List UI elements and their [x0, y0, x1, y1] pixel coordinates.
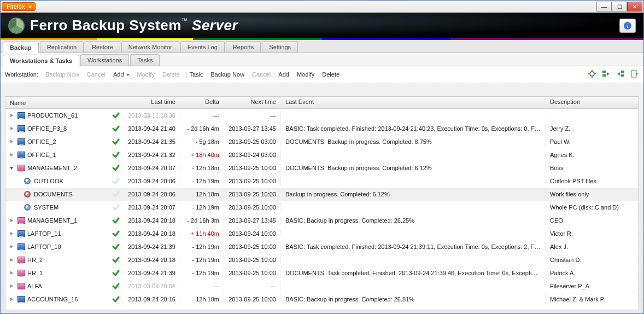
toolbar-separator: |: [186, 71, 188, 78]
col-desc-header[interactable]: Description: [546, 97, 639, 108]
task-row[interactable]: DOCUMENTS2013-09-24 20:06- 12h 18m2013-0…: [5, 188, 639, 201]
status-check-icon: [112, 229, 120, 238]
close-button[interactable]: ✕: [627, 2, 642, 11]
main-tab-network-monitor[interactable]: Network Monitor: [121, 41, 179, 53]
task-row[interactable]: SYSTEM2013-09-24 20:07- 12h 19m2013-09-2…: [5, 201, 639, 214]
ws-delete-button[interactable]: Delete: [162, 71, 180, 78]
task-delete-button[interactable]: Delete: [322, 71, 339, 78]
cell-delta: + 11h 40m: [180, 229, 224, 239]
workstations-grid: Name Last time Delta Next time Last Even…: [5, 96, 639, 310]
main-tab-settings[interactable]: Settings: [262, 41, 298, 53]
cell-last-event: BASIC: Backup in progress. Completed: 26…: [281, 294, 546, 304]
main-tab-replication[interactable]: Replication: [40, 41, 84, 53]
expand-tree-icon[interactable]: [602, 69, 611, 79]
ws-add-button[interactable]: Add: [113, 71, 130, 78]
cell-last-time: 2013-09-24 21:39: [121, 242, 180, 252]
ws-cancel-button[interactable]: Cancel: [87, 71, 106, 78]
workstation-row[interactable]: LAPTOP_102013-09-24 21:39- 12h 19m2013-0…: [5, 240, 639, 253]
main-tab-reports[interactable]: Reports: [226, 41, 261, 53]
expand-toggle-icon[interactable]: [9, 139, 14, 144]
cell-last-event: BASIC: Task completed. Finished: 2013-09…: [281, 242, 546, 252]
cell-last-event: [281, 258, 546, 261]
grid-header: Name Last time Delta Next time Last Even…: [5, 97, 639, 109]
task-cancel-button[interactable]: Cancel: [252, 71, 271, 78]
sub-tab-tasks[interactable]: Tasks: [130, 54, 160, 66]
cell-delta: - 12h 19m: [180, 242, 224, 252]
ws-backup-now-button[interactable]: Backup Now: [45, 71, 79, 78]
workstation-row[interactable]: MANAGEMENT_22013-09-24 20:07- 12h 18m201…: [5, 161, 639, 175]
task-add-button[interactable]: Add: [278, 71, 289, 78]
row-name: ALFA: [27, 283, 42, 289]
info-button[interactable]: i: [619, 19, 636, 33]
task-modify-button[interactable]: Modify: [297, 71, 314, 78]
row-name: SYSTEM: [34, 204, 58, 211]
main-tab-restore[interactable]: Restore: [85, 41, 120, 53]
workstation-label: Workstation:: [5, 71, 38, 78]
svg-rect-7: [602, 71, 606, 73]
col-event-header[interactable]: Last Event: [281, 97, 546, 108]
task-row[interactable]: OUTLOOK2013-09-24 20:06- 12h 19m2013-09-…: [5, 175, 639, 188]
main-tab-events-log[interactable]: Events Log: [180, 41, 225, 53]
expand-toggle-icon[interactable]: [9, 296, 14, 302]
cell-delta: - 12h 19m: [180, 176, 224, 186]
status-check-icon: [112, 137, 120, 146]
workstation-row[interactable]: OFFICE_12013-09-24 21:32+ 18h 40m2013-09…: [5, 148, 639, 161]
row-name: MANAGEMENT_1: [27, 217, 77, 224]
col-next-header[interactable]: Next time: [224, 97, 281, 108]
expand-toggle-icon[interactable]: [9, 165, 14, 171]
expand-toggle-icon[interactable]: [9, 231, 14, 236]
cell-next-time: 2013-09-25 10:00: [224, 242, 281, 252]
workstation-icon: [17, 257, 25, 263]
workstation-row[interactable]: HR_22013-09-24 20:18- 12h 19m2013-09-25 …: [5, 253, 639, 266]
ws-modify-button[interactable]: Modify: [137, 71, 155, 78]
workstation-row[interactable]: LAPTOP_112013-09-24 20:18+ 11h 40m2013-0…: [5, 227, 639, 240]
status-check-icon: [112, 295, 120, 304]
cell-last-event: DOCUMENTS: Backup in progress. Completed…: [281, 163, 546, 173]
cell-last-event: [281, 114, 546, 117]
col-delta-header[interactable]: Delta: [180, 97, 224, 108]
cell-description: Fileserver P_A: [546, 281, 639, 291]
cell-description: Patrick A.: [546, 268, 639, 278]
workstation-row[interactable]: HR_12013-09-24 21:39- 12h 19m2013-09-25 …: [5, 266, 639, 280]
minimize-button[interactable]: —: [596, 2, 612, 11]
workstation-row[interactable]: PRODUCTION_612013-03-11 18:30------: [5, 109, 639, 122]
workstation-icon: [17, 296, 25, 303]
expand-toggle-icon[interactable]: [9, 218, 14, 223]
expand-toggle-icon[interactable]: [9, 113, 14, 118]
workstation-row[interactable]: MANAGEMENT_12013-09-24 20:18- 2d 16h 3m2…: [5, 214, 639, 227]
maximize-button[interactable]: ☐: [612, 2, 627, 11]
collapse-tree-icon[interactable]: [616, 69, 625, 79]
grid-body[interactable]: PRODUCTION_612013-03-11 18:30------OFFIC…: [5, 109, 639, 310]
row-name: LAPTOP_11: [27, 230, 61, 237]
row-name: OFFICE_P3_8: [27, 125, 67, 132]
export-icon[interactable]: [630, 69, 639, 79]
col-name-header[interactable]: Name: [5, 97, 121, 108]
expand-toggle-icon[interactable]: [9, 126, 14, 131]
cell-description: Boss: [546, 163, 639, 173]
expand-toggle-icon[interactable]: [9, 152, 14, 158]
sub-tab-workstations[interactable]: Workstations: [80, 54, 129, 66]
expand-toggle-icon[interactable]: [9, 257, 14, 263]
task-backup-now-button[interactable]: Backup Now: [210, 71, 244, 78]
workstation-row[interactable]: OFFICE_22013-09-24 21:35- 5g 18m2013-09-…: [5, 135, 639, 148]
workstation-row[interactable]: OFFICE_P3_82013-09-24 21:40- 2d 16h 4m20…: [5, 122, 639, 135]
workstation-row[interactable]: ALFA2013-03-09 20:04------Fileserver P_A: [5, 280, 639, 293]
row-name: HR_1: [27, 270, 43, 276]
cell-last-time: 2013-09-24 20:18: [121, 216, 180, 225]
sub-tab-workstations-tasks[interactable]: Workstations & Tasks: [3, 55, 79, 66]
firefox-menu-button[interactable]: Firefox: [2, 2, 36, 11]
workstation-row[interactable]: ACCOUNTING_162013-09-24 20:16- 12h 18m20…: [5, 293, 639, 306]
expand-toggle-icon[interactable]: [9, 270, 14, 276]
cell-last-time: 2013-09-24 20:18: [121, 229, 180, 239]
settings-gear-icon[interactable]: [588, 69, 596, 79]
workstation-icon: [17, 125, 25, 132]
expand-toggle-icon[interactable]: [9, 283, 14, 289]
cell-last-event: DOCUMENTS: Task completed. Finished: 201…: [281, 268, 546, 278]
cell-last-time: 2013-09-24 20:06: [121, 189, 180, 199]
cell-next-time: 2013-09-25 10:00: [224, 189, 281, 199]
status-check-icon: [112, 242, 120, 251]
col-last-header[interactable]: Last time: [121, 97, 180, 108]
main-tab-backup[interactable]: Backup: [3, 42, 39, 53]
expand-toggle-icon[interactable]: [9, 244, 14, 249]
status-check-icon: [112, 269, 120, 277]
